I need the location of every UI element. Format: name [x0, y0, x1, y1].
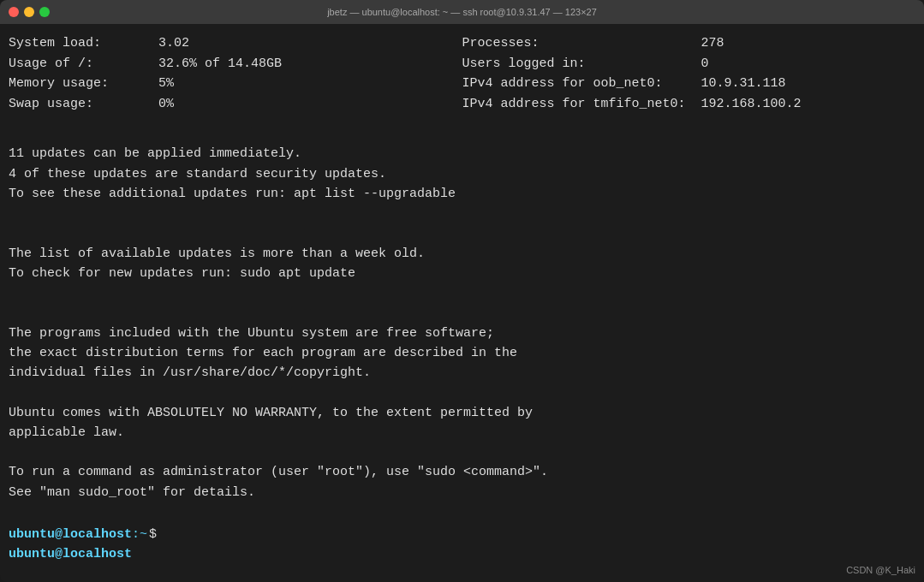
sysinfo-row-memory: Memory usage: 5% [9, 74, 462, 94]
sysinfo-value-users: 0 [701, 55, 709, 74]
sudo-line2: See "man sudo_root" for details. [9, 483, 915, 502]
free-line1: The programs included with the Ubuntu sy… [9, 324, 915, 343]
sysinfo-row-load: System load: 3.02 [9, 34, 462, 54]
maximize-button[interactable] [39, 7, 50, 17]
avail-line2: To check for new updates run: sudo apt u… [9, 264, 915, 283]
sysinfo-label-users: Users logged in: [462, 55, 701, 74]
spacer-4 [9, 283, 915, 303]
prompt-symbol: $ [149, 526, 157, 545]
spacer-3 [9, 223, 915, 243]
sysinfo-right: Processes: 278 Users logged in: 0 IPv4 a… [462, 34, 916, 114]
sysinfo-value-usage: 32.6% of 14.48GB [158, 55, 282, 74]
sysinfo-table: System load: 3.02 Usage of /: 32.6% of 1… [9, 34, 915, 114]
spacer-7 [9, 442, 915, 462]
prompt-path: :~ [132, 526, 147, 545]
sysinfo-value-load: 3.02 [158, 34, 189, 54]
prompt-user-host: ubuntu@localhost [9, 526, 132, 545]
free-line2: the exact distribution terms for each pr… [9, 343, 915, 363]
sysinfo-label-swap: Swap usage: [9, 95, 158, 115]
sysinfo-label-memory: Memory usage: [9, 74, 158, 94]
warranty-line2: applicable law. [9, 423, 915, 442]
sudo-line1: To run a command as administrator (user … [9, 462, 915, 482]
minimize-button[interactable] [24, 7, 34, 17]
updates-line2: 4 of these updates are standard security… [9, 164, 915, 184]
sysinfo-row-ipv4-oob: IPv4 address for oob_net0: 10.9.31.118 [462, 74, 916, 94]
spacer-2 [9, 204, 915, 223]
sysinfo-row-processes: Processes: 278 [462, 34, 916, 54]
updates-line3: To see these additional updates run: apt… [9, 184, 915, 204]
warranty-line1: Ubuntu comes with ABSOLUTELY NO WARRANTY… [9, 403, 915, 423]
sysinfo-row-usage: Usage of /: 32.6% of 14.48GB [9, 55, 462, 74]
spacer-5 [9, 303, 915, 323]
free-line3: individual files in /usr/share/doc/*/cop… [9, 363, 915, 383]
updates-line1: 11 updates can be applied immediately. [9, 144, 915, 163]
spacer-1 [9, 124, 915, 144]
window-title: jbetz — ubuntu@localhost: ~ — ssh root@1… [327, 7, 597, 17]
sysinfo-value-ipv4-oob: 10.9.31.118 [701, 74, 786, 94]
sysinfo-label-processes: Processes: [462, 34, 701, 54]
traffic-lights [9, 7, 50, 17]
sysinfo-value-ipv4-tmfifo: 192.168.100.2 [701, 95, 802, 115]
terminal-window: jbetz — ubuntu@localhost: ~ — ssh root@1… [0, 0, 924, 582]
sysinfo-label-ipv4-tmfifo: IPv4 address for tmfifo_net0: [462, 95, 701, 115]
terminal-body[interactable]: System load: 3.02 Usage of /: 32.6% of 1… [0, 24, 924, 582]
sysinfo-left: System load: 3.02 Usage of /: 32.6% of 1… [9, 34, 462, 114]
prompt-line[interactable]: ubuntu@localhost :~ $ [9, 526, 915, 545]
sysinfo-label-load: System load: [9, 34, 158, 54]
sysinfo-value-memory: 5% [158, 74, 174, 94]
avail-line1: The list of available updates is more th… [9, 244, 915, 264]
spacer-6 [9, 383, 915, 402]
sysinfo-value-processes: 278 [701, 34, 724, 54]
watermark: CSDN @K_Haki [846, 565, 915, 575]
sysinfo-row-users: Users logged in: 0 [462, 55, 916, 74]
sysinfo-row-swap: Swap usage: 0% [9, 95, 462, 115]
sysinfo-label-usage: Usage of /: [9, 55, 158, 74]
spacer-8 [9, 502, 915, 522]
sysinfo-row-ipv4-tmfifo: IPv4 address for tmfifo_net0: 192.168.10… [462, 95, 916, 115]
close-button[interactable] [9, 7, 19, 17]
title-bar: jbetz — ubuntu@localhost: ~ — ssh root@1… [0, 0, 924, 24]
sysinfo-label-ipv4-oob: IPv4 address for oob_net0: [462, 74, 701, 94]
next-prompt-line: ubuntu@localhost [9, 545, 915, 565]
sysinfo-value-swap: 0% [158, 95, 174, 115]
